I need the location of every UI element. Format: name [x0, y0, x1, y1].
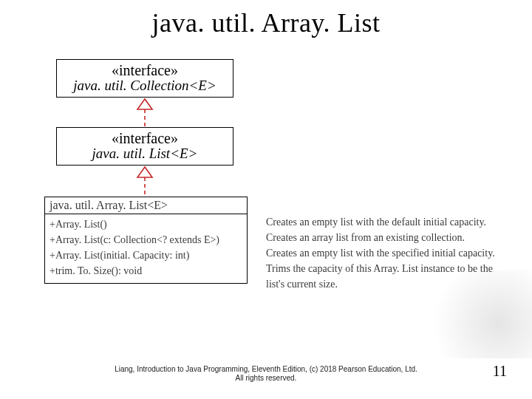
- class-arraylist-name: java. util. Array. List<E>: [44, 197, 248, 214]
- svg-marker-2: [137, 167, 152, 177]
- page-number: 11: [493, 363, 507, 380]
- slide-footer: Liang, Introduction to Java Programming,…: [0, 365, 532, 383]
- method-signature: +trim. To. Size(): void: [50, 263, 242, 279]
- inheritance-arrow-icon: [56, 166, 233, 195]
- method-description: Creates an empty list with the default i…: [266, 214, 502, 230]
- svg-marker-0: [137, 99, 152, 109]
- method-signature: +Array. List(initial. Capacity: int): [50, 248, 242, 263]
- footer-line: All rights reserved.: [236, 374, 297, 382]
- inheritance-arrow-icon: [56, 98, 233, 127]
- methods-compartment: +Array. List() +Array. List(c: Collectio…: [44, 214, 248, 284]
- interface-list-box: «interface» java. util. List<E>: [56, 127, 233, 166]
- method-description: Creates an array list from an existing c…: [266, 230, 502, 245]
- slide-title: java. util. Array. List: [0, 7, 532, 38]
- method-description: Creates an empty list with the specified…: [266, 245, 502, 261]
- method-descriptions: Creates an empty list with the default i…: [266, 214, 502, 292]
- stereotype-label: «interface»: [60, 130, 230, 147]
- method-signature: +Array. List(c: Collection<? extends E>): [50, 232, 242, 248]
- interface-list-name: java. util. List<E>: [60, 146, 230, 162]
- method-signature: +Array. List(): [50, 216, 242, 232]
- interface-collection-name: java. util. Collection<E>: [60, 78, 230, 94]
- class-arraylist-block: java. util. Array. List<E> +Array. List(…: [44, 197, 488, 284]
- uml-diagram: «interface» java. util. Collection<E> «i…: [44, 59, 488, 284]
- footer-line: Liang, Introduction to Java Programming,…: [115, 365, 417, 373]
- method-description: Trims the capacity of this Array. List i…: [266, 261, 502, 292]
- stereotype-label: «interface»: [60, 62, 230, 79]
- interface-collection-box: «interface» java. util. Collection<E>: [56, 59, 233, 98]
